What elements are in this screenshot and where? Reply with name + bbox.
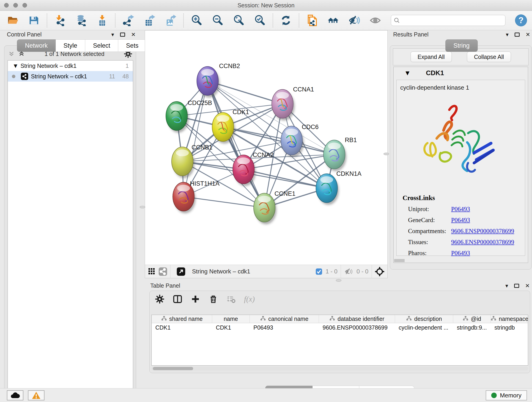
column-header--id[interactable]: @id (453, 315, 491, 323)
hide-selected-button[interactable] (348, 14, 360, 26)
table-cell[interactable]: stringdb (491, 324, 528, 331)
table-cell[interactable]: CDK1 (152, 324, 212, 331)
table-settings-button[interactable] (155, 294, 165, 304)
memory-button[interactable]: Memory (486, 390, 527, 400)
close-panel-icon[interactable]: ✕ (525, 283, 530, 288)
database-icon (75, 15, 87, 26)
graph-node-RB1[interactable] (323, 140, 346, 171)
results-scrollbar[interactable] (394, 259, 405, 262)
network-grid-view-button[interactable] (148, 267, 158, 277)
table-panel-body: f(x) shared namenamecanonical namedataba… (149, 291, 530, 373)
table-cell[interactable]: cyclin-dependent ... (395, 324, 453, 331)
detach-view-button[interactable] (176, 267, 186, 277)
tab-sets[interactable]: Sets (118, 39, 146, 52)
tab-select[interactable]: Select (85, 39, 118, 52)
search-box[interactable] (391, 15, 505, 26)
column-header-namespace[interactable]: namespace (491, 315, 528, 323)
collapse-panel-icon[interactable]: ▾ (505, 283, 508, 288)
table-cell[interactable]: 9606.ENSP00000378699 (319, 324, 395, 331)
collapse-panel-icon[interactable]: ▾ (506, 32, 509, 37)
table-cell[interactable]: P06493 (250, 324, 319, 331)
tab-style[interactable]: Style (56, 39, 85, 52)
help-button[interactable]: ? (515, 14, 527, 26)
search-input[interactable] (400, 17, 500, 24)
horizontal-splitter-handle[interactable] (336, 279, 341, 282)
collapse-panel-icon[interactable]: ▾ (111, 32, 114, 37)
zoom-out-button[interactable] (212, 14, 224, 26)
network-icon (21, 73, 28, 80)
network-row[interactable]: String Network – cdk1 11 48 (8, 71, 133, 82)
current-network-name: String Network – cdk1 (192, 268, 250, 275)
graph-node-CCNE1[interactable] (254, 193, 277, 224)
selected-checkbox-icon[interactable] (316, 268, 322, 275)
collapse-all-button[interactable]: Collapse All (467, 51, 511, 62)
tab-network[interactable]: Network (17, 39, 56, 52)
show-columns-button[interactable] (172, 294, 183, 304)
export-network-button[interactable] (122, 14, 134, 26)
share-file-button[interactable] (306, 14, 318, 26)
collapse-all-icon[interactable] (8, 51, 15, 57)
zoom-selected-button[interactable] (254, 14, 266, 26)
graph-node-CCNB2[interactable] (197, 66, 220, 98)
float-panel-icon[interactable] (515, 32, 520, 37)
column-header-name[interactable]: name (212, 315, 250, 323)
status-bar: Memory (0, 388, 532, 402)
network-canvas[interactable]: CCNB2CCNA1CDC25BCDK1CDC6RB1CCNB1CCNA2CDK… (145, 31, 387, 265)
node-label-CCNA1: CCNA1 (293, 86, 314, 93)
save-session-button[interactable] (28, 14, 40, 26)
warnings-button[interactable] (28, 390, 44, 400)
footer-separator (170, 265, 171, 278)
zoom-fit-button[interactable] (233, 14, 245, 26)
collection-expand-icon[interactable]: ▼ (14, 63, 17, 69)
table-cell[interactable]: CDK1 (212, 324, 250, 331)
show-all-button[interactable] (369, 14, 381, 26)
graph-node-CCNB1[interactable] (172, 147, 195, 178)
column-header-description[interactable]: description (395, 315, 453, 323)
crosslink-label: Pharos: (408, 249, 451, 257)
crosslink-link[interactable]: P06493 (451, 217, 470, 224)
import-network-database-button[interactable] (75, 14, 87, 26)
crosslink-label: Compartments: (408, 228, 451, 235)
crosslink-link[interactable]: 9606.ENSP00000378699 (451, 239, 514, 246)
column-header-database-identifier[interactable]: database identifier (319, 315, 395, 323)
column-header-shared-name[interactable]: shared name (152, 315, 212, 323)
table-cell[interactable]: stringdb:9... (453, 324, 491, 331)
graph-node-CCNA2[interactable] (233, 155, 256, 186)
float-panel-icon[interactable] (120, 32, 125, 37)
tab-string[interactable]: String (445, 39, 478, 52)
table-panel: Table Panel ▾ ✕ (146, 280, 532, 388)
crosslink-link[interactable]: 9606.ENSP00000378699 (451, 228, 514, 235)
add-column-button[interactable] (190, 294, 201, 304)
scrollbar-thumb[interactable] (153, 367, 193, 370)
crosslink-link[interactable]: P06493 (451, 206, 470, 213)
gene-collapse-icon[interactable]: ▼ (405, 70, 409, 76)
import-table-file-button[interactable] (96, 14, 108, 26)
delete-column-button[interactable] (208, 294, 218, 304)
network-collection-row[interactable]: ▼ String Network – cdk1 1 (8, 61, 133, 71)
close-panel-icon[interactable]: ✕ (526, 32, 530, 37)
cloud-status-button[interactable] (7, 390, 23, 400)
apply-layout-button[interactable] (280, 14, 292, 26)
open-session-button[interactable] (7, 14, 19, 26)
network-share-view-button[interactable] (158, 267, 168, 277)
export-table-button[interactable] (143, 14, 155, 26)
node-label-CCNB2: CCNB2 (219, 63, 240, 70)
left-splitter-handle[interactable] (140, 206, 145, 208)
results-panel-title: Results Panel (393, 31, 428, 38)
node-table[interactable]: shared namenamecanonical namedatabase id… (152, 315, 528, 366)
birdseye-toggle-button[interactable] (375, 267, 385, 277)
close-panel-icon[interactable]: ✕ (131, 32, 136, 37)
graph-node-CDKN1A[interactable] (316, 174, 339, 205)
column-header-canonical-name[interactable]: canonical name (250, 315, 319, 323)
expand-all-button[interactable]: Expand All (411, 51, 452, 62)
float-panel-icon[interactable] (514, 284, 519, 288)
table-row[interactable]: CDK1CDK1P064939606.ENSP00000378699cyclin… (152, 323, 528, 332)
crosslink-link[interactable]: P06493 (451, 249, 470, 257)
table-horizontal-scrollbar[interactable] (152, 366, 528, 370)
export-image-button[interactable] (165, 14, 177, 26)
right-splitter-handle[interactable] (384, 153, 389, 155)
graph-node-CDC6[interactable] (281, 126, 304, 157)
import-network-file-button[interactable] (54, 14, 66, 26)
home-button[interactable] (327, 14, 339, 26)
zoom-in-button[interactable] (191, 14, 203, 26)
